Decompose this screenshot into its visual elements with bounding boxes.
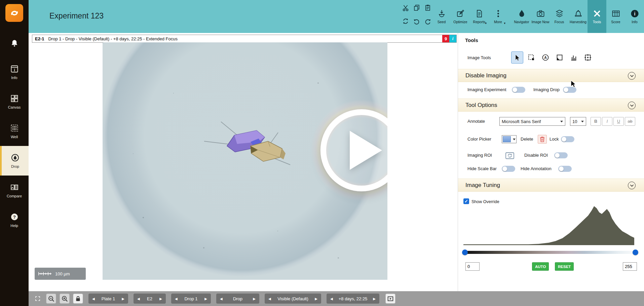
disable-roi-toggle[interactable] (554, 152, 568, 158)
toolbar-harvesting[interactable]: Harvesting (569, 0, 588, 33)
imaging-drop-toggle[interactable] (563, 87, 576, 93)
toolbar-focus[interactable]: Focus (550, 0, 569, 33)
undo-button[interactable] (412, 17, 421, 26)
profile-next-button[interactable]: ▶ (312, 294, 320, 304)
sidebar-item-compare[interactable]: Compare (0, 176, 29, 205)
chevron-down-icon[interactable] (628, 72, 636, 80)
toolbar-optimize[interactable]: Optimize (451, 0, 470, 33)
reset-button[interactable]: RESET (555, 262, 574, 271)
region-navigator: ◀ Drop ▶ (216, 294, 259, 304)
levels-min-handle[interactable] (462, 250, 468, 255)
chevron-down-icon[interactable] (628, 102, 636, 109)
tools-panel-title: Tools (465, 37, 478, 43)
timepoint-next-button[interactable]: ▶ (371, 294, 378, 304)
pointer-tool-button[interactable] (511, 51, 523, 64)
chevron-down-icon[interactable] (628, 182, 636, 189)
italic-button[interactable]: I (602, 117, 612, 126)
zoom-in-button[interactable] (60, 294, 70, 304)
section-tool-options[interactable]: Tool Options (458, 99, 644, 112)
page-title: Experiment 123 (49, 11, 104, 21)
toolbar-image-now[interactable]: Image Now (531, 0, 550, 33)
delete-label: Delete (521, 137, 533, 142)
toolbar-score[interactable]: Score (606, 0, 625, 33)
app-logo[interactable] (5, 4, 23, 22)
sidebar-item-drop[interactable]: Drop (0, 146, 29, 176)
main-toolbar: Seed Optimize Reports ▾ More ▾ (432, 0, 644, 33)
lock-label: Lock (550, 137, 559, 142)
strikethrough-button[interactable]: ab (625, 117, 635, 126)
well-next-button[interactable]: ▶ (157, 294, 164, 304)
caret-down-icon (581, 121, 584, 122)
bold-button[interactable]: B (591, 117, 601, 126)
font-family-select[interactable]: Microsoft Sans Serif (499, 117, 565, 126)
section-disable-imaging[interactable]: Disable Imaging (458, 69, 644, 82)
drop-image[interactable] (103, 42, 387, 280)
caret-down-icon (560, 121, 563, 122)
sidebar-item-canvas[interactable]: Canvas (0, 87, 29, 116)
image-tools-row: A (511, 51, 594, 64)
well-prev-button[interactable]: ◀ (135, 294, 142, 304)
copy-button[interactable] (412, 3, 421, 12)
lock-toggle[interactable] (561, 136, 574, 142)
caret-down-icon: ▾ (485, 22, 487, 25)
toolbar-navigator[interactable]: Navigator (512, 0, 531, 33)
region-prev-button[interactable]: ◀ (218, 294, 225, 304)
plate-next-button[interactable]: ▶ (119, 294, 127, 304)
drop-number-next-button[interactable]: ▶ (202, 294, 210, 304)
hide-annotation-toggle[interactable] (558, 166, 572, 172)
levels-max-input[interactable] (623, 262, 637, 271)
toolbar-seed[interactable]: Seed (432, 0, 451, 33)
notifications-button[interactable] (0, 39, 29, 48)
pointer-icon (514, 54, 521, 61)
toolbar-more[interactable]: More ▾ (489, 0, 507, 33)
clipboard-toolbar (401, 3, 432, 26)
delete-annotation-button[interactable] (538, 135, 547, 144)
lock-view-button[interactable] (73, 294, 83, 304)
levels-slider[interactable] (465, 251, 636, 254)
auto-button[interactable]: AUTO (532, 262, 549, 271)
score-badge[interactable]: 9 (442, 35, 449, 42)
section-image-tuning[interactable]: Image Tuning (458, 179, 644, 192)
region-next-button[interactable]: ▶ (251, 294, 258, 304)
well-nav-label: E2 (144, 296, 156, 301)
sidebar-item-info[interactable]: i Info (0, 57, 29, 87)
redo-icon (424, 17, 431, 25)
levels-min-input[interactable] (465, 262, 480, 271)
hide-scale-bar-toggle[interactable] (502, 166, 515, 172)
marquee-tool-button[interactable] (525, 51, 537, 64)
timepoint-prev-button[interactable]: ◀ (328, 294, 335, 304)
sidebar-item-help[interactable]: ? Help (0, 205, 29, 235)
refresh-button[interactable] (401, 17, 410, 26)
info-panel-icon: i (10, 65, 19, 73)
info-badge[interactable]: i (449, 35, 456, 42)
well-navigator: ◀ E2 ▶ (134, 294, 166, 304)
play-timelapse-button[interactable] (385, 294, 395, 304)
underline-button[interactable]: U (613, 117, 624, 126)
histogram-shape (463, 206, 634, 245)
profile-prev-button[interactable]: ◀ (266, 294, 273, 304)
font-size-select[interactable]: 10 (570, 117, 586, 126)
levels-max-handle[interactable] (633, 250, 638, 255)
play-video-button[interactable] (320, 109, 387, 191)
measure-tool-button[interactable] (568, 51, 580, 64)
fit-to-screen-button[interactable] (33, 294, 43, 304)
slide-tool-button[interactable] (554, 51, 566, 64)
imaging-roi-button[interactable] (505, 151, 515, 160)
roi-target-tool-button[interactable] (582, 51, 594, 64)
sidebar-item-well[interactable]: Well (0, 116, 29, 146)
zoom-out-button[interactable] (46, 294, 56, 304)
cut-button[interactable] (401, 3, 410, 12)
show-override-checkbox[interactable]: ✓ (463, 198, 469, 204)
plate-prev-button[interactable]: ◀ (90, 294, 97, 304)
redo-button[interactable] (423, 17, 432, 26)
toolbar-info[interactable]: i Info (625, 0, 644, 33)
drop-number-prev-button[interactable]: ◀ (173, 294, 180, 304)
paste-button[interactable] (423, 3, 432, 12)
imaging-experiment-toggle[interactable] (512, 87, 525, 93)
toolbar-tools[interactable]: Tools (588, 0, 606, 33)
color-picker-dropdown[interactable] (502, 135, 517, 143)
toolbar-reports[interactable]: Reports ▾ (470, 0, 489, 33)
imaging-drop-label: Imaging Drop (533, 87, 560, 92)
levels-histogram (463, 204, 634, 245)
annotate-tool-button[interactable]: A (539, 51, 552, 64)
